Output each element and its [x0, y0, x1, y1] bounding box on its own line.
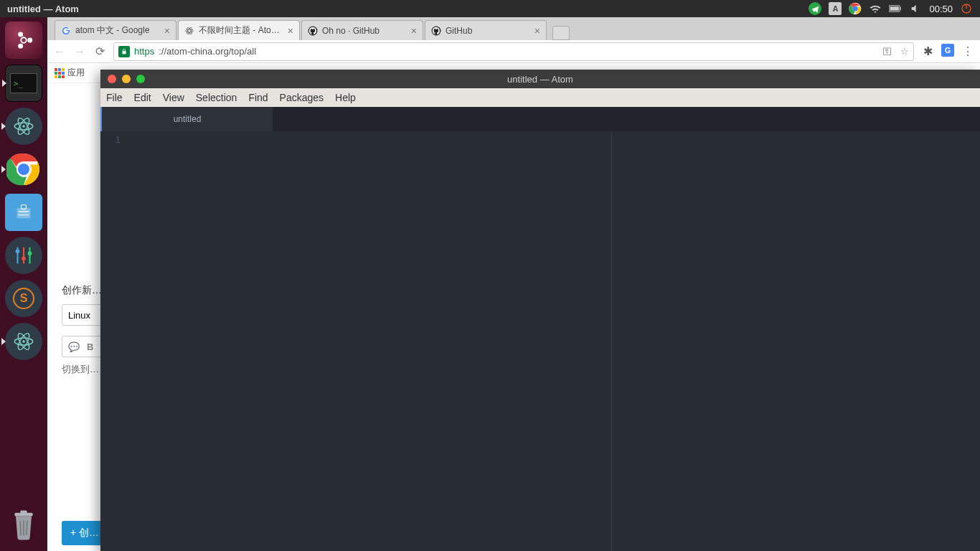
clock[interactable]: 00:50	[929, 4, 953, 14]
menu-find[interactable]: Find	[248, 92, 268, 103]
reload-button[interactable]: ⟳	[93, 44, 106, 58]
chrome-toolbar: ← → ⟳ https://atom-china.org/top/all ⚿ ☆…	[47, 40, 980, 63]
url-path: ://atom-china.org/top/all	[159, 46, 256, 57]
window-title: untitled — Atom	[0, 4, 79, 14]
chrome-tab[interactable]: atom 中文 - Google ×	[55, 20, 176, 40]
bold-toolbar-icon[interactable]: B	[87, 342, 93, 352]
atom-editor-area[interactable]: 1	[100, 131, 980, 551]
svg-text:G: G	[945, 45, 951, 54]
svg-point-9	[19, 32, 22, 36]
svg-point-30	[22, 340, 25, 343]
chrome-tab-active[interactable]: 不限时间主题 - Ato… ×	[178, 20, 300, 40]
wifi-icon[interactable]	[869, 2, 882, 15]
menu-packages[interactable]: Packages	[280, 92, 324, 103]
atom-launcher-icon-2[interactable]	[5, 323, 42, 360]
secure-lock-icon	[118, 46, 130, 57]
line-number-gutter: 1	[100, 131, 126, 551]
tab-title: 不限时间主题 - Ato…	[199, 24, 283, 37]
svg-point-26	[28, 251, 32, 255]
url-scheme: https	[134, 46, 154, 57]
translate-extension-icon[interactable]: G	[941, 44, 954, 60]
menu-selection[interactable]: Selection	[196, 92, 237, 103]
back-button[interactable]: ←	[53, 45, 66, 58]
system-top-bar: untitled — Atom A 00:50	[0, 0, 980, 17]
tab-title: Oh no · GitHub	[322, 26, 407, 36]
address-bar[interactable]: https://atom-china.org/top/all ⚿ ☆	[113, 42, 914, 61]
atom-editor-tab[interactable]: untitled	[100, 107, 273, 131]
svg-rect-32	[20, 511, 27, 514]
svg-rect-19	[17, 208, 31, 218]
code-area[interactable]	[126, 131, 980, 551]
atom-launcher-icon[interactable]	[5, 108, 42, 145]
ubuntu-launcher: >_ S	[0, 17, 47, 551]
chrome-launcher-icon[interactable]	[5, 151, 42, 188]
apps-button[interactable]: 应用	[55, 67, 85, 79]
svg-point-37	[186, 29, 194, 32]
forward-button[interactable]: →	[73, 45, 86, 58]
app-s-launcher-icon[interactable]: S	[5, 280, 42, 317]
svg-point-10	[19, 44, 22, 48]
svg-line-33	[20, 521, 21, 535]
evernote-extension-icon[interactable]: ✱	[921, 44, 934, 58]
new-tab-button[interactable]	[552, 26, 570, 40]
files-launcher-icon[interactable]	[5, 194, 42, 231]
atom-titlebar[interactable]: untitled — Atom	[100, 70, 980, 88]
telegram-tray-icon[interactable]	[809, 2, 821, 15]
settings-launcher-icon[interactable]	[5, 237, 42, 274]
power-icon[interactable]	[960, 2, 973, 15]
menu-view[interactable]: View	[163, 92, 184, 103]
reply-toolbar-icon[interactable]: 💬	[68, 342, 80, 352]
menu-file[interactable]: File	[106, 92, 123, 103]
github-favicon	[308, 26, 318, 36]
chrome-tab[interactable]: GitHub ×	[425, 20, 547, 40]
input-method-icon[interactable]: A	[829, 2, 842, 15]
atom-window: untitled — Atom File Edit View Selection…	[100, 70, 980, 551]
apps-grid-icon	[55, 68, 65, 78]
svg-rect-3	[900, 7, 901, 10]
svg-point-14	[22, 125, 25, 128]
system-tray: A 00:50	[809, 2, 980, 15]
tab-title: atom 中文 - Google	[75, 24, 160, 37]
key-icon[interactable]: ⚿	[882, 46, 892, 57]
chrome-menu-icon[interactable]: ⋮	[961, 44, 974, 58]
svg-point-8	[28, 39, 32, 42]
tab-close-icon[interactable]: ×	[411, 25, 417, 37]
line-number: 1	[100, 134, 121, 145]
menu-edit[interactable]: Edit	[134, 92, 151, 103]
terminal-launcher-icon[interactable]: >_	[5, 65, 42, 102]
tab-close-icon[interactable]: ×	[288, 25, 293, 37]
volume-icon[interactable]	[909, 2, 922, 15]
atom-title: untitled — Atom	[100, 74, 980, 85]
tab-close-icon[interactable]: ×	[534, 25, 540, 37]
svg-point-25	[22, 256, 26, 260]
atom-favicon	[184, 26, 194, 36]
atom-tab-label: untitled	[174, 114, 202, 124]
trash-launcher-icon[interactable]	[5, 507, 42, 544]
svg-line-35	[27, 521, 27, 535]
svg-rect-4	[890, 6, 899, 11]
battery-icon[interactable]	[889, 2, 902, 15]
menu-help[interactable]: Help	[335, 92, 356, 103]
chrome-tab[interactable]: Oh no · GitHub ×	[301, 20, 423, 40]
dash-icon[interactable]	[5, 22, 42, 59]
tab-close-icon[interactable]: ×	[164, 25, 170, 37]
bookmark-star-icon[interactable]: ☆	[900, 46, 909, 57]
atom-tab-bar: untitled	[100, 107, 980, 131]
atom-menu-bar: File Edit View Selection Find Packages H…	[100, 88, 980, 107]
apps-label: 应用	[67, 67, 85, 79]
github-favicon	[431, 26, 441, 36]
tab-title: GitHub	[446, 26, 530, 36]
chrome-tab-strip: atom 中文 - Google × 不限时间主题 - Ato… × Oh no…	[47, 17, 980, 40]
svg-point-7	[21, 37, 27, 43]
wrap-guide	[611, 131, 612, 551]
google-favicon	[61, 26, 71, 36]
svg-point-24	[16, 250, 20, 254]
chrome-tray-icon[interactable]	[849, 2, 862, 15]
